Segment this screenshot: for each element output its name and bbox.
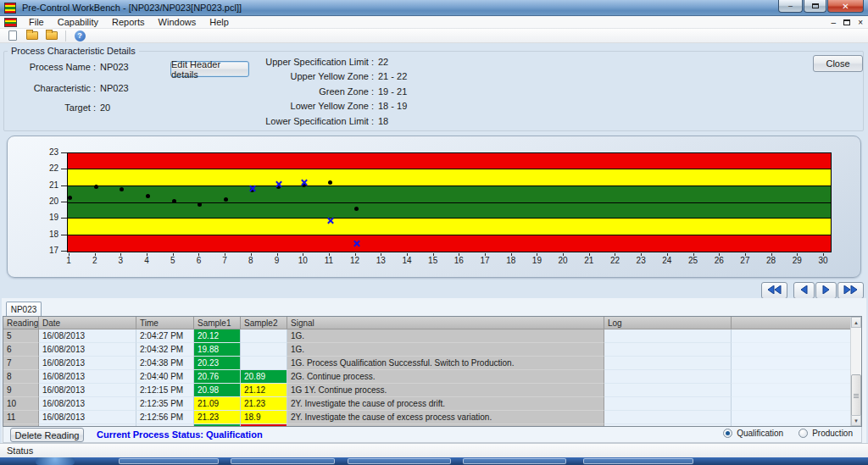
last-reading-button[interactable] xyxy=(837,282,864,299)
table-row[interactable]: 816/08/20132:04:40 PM20.7620.892G. Conti… xyxy=(3,370,861,384)
row-filler xyxy=(732,343,861,357)
cell-sample1: 20.23 xyxy=(194,357,241,370)
mdi-window-controls: – × xyxy=(832,16,863,29)
data-point-sample2 xyxy=(248,185,256,192)
radio-production[interactable]: Production xyxy=(798,429,853,438)
row-filler xyxy=(732,357,861,370)
minimize-button[interactable]: – xyxy=(778,0,803,13)
limit-label: Upper Yellow Zone : xyxy=(89,71,374,86)
row-filler xyxy=(732,370,861,384)
x-tick-label: 2 xyxy=(86,256,103,265)
taskbar-window-button[interactable] xyxy=(463,458,566,464)
scrollbar-thumb[interactable] xyxy=(851,374,861,418)
mdi-minimize-button[interactable]: – xyxy=(832,18,837,27)
mdi-close-button[interactable]: × xyxy=(858,18,863,27)
mdi-restore-button[interactable] xyxy=(843,19,850,25)
column-header-sample1[interactable]: Sample1 xyxy=(194,317,241,329)
save-file-button[interactable] xyxy=(44,30,59,42)
x-tick-label: 19 xyxy=(528,256,545,265)
table-row[interactable]: 516/08/20132:04:27 PM20.121G. xyxy=(3,329,861,343)
help-button[interactable]: ? xyxy=(72,30,87,42)
row-filler xyxy=(732,384,861,397)
x-tick-label: 16 xyxy=(450,256,467,265)
table-row[interactable]: 1116/08/20132:12:56 PM21.2318.92Y. Inves… xyxy=(3,411,861,424)
column-header-date[interactable]: Date xyxy=(39,317,136,329)
close-window-button[interactable]: ✕ xyxy=(827,0,864,13)
cell-sample2 xyxy=(241,343,287,357)
plot-area xyxy=(67,152,832,252)
taskbar-window-button[interactable] xyxy=(583,458,693,464)
first-arrow-icon xyxy=(767,285,782,296)
table-row[interactable]: 916/08/20132:12:15 PM20.9821.121G 1Y. Co… xyxy=(3,384,861,397)
x-tick-label: 28 xyxy=(763,256,780,265)
cell-log xyxy=(604,357,732,370)
scroll-up-button[interactable]: ▲ xyxy=(851,317,861,328)
status-bar-text: Status xyxy=(7,446,33,456)
column-header-signal[interactable]: Signal xyxy=(287,317,604,329)
radio-qualification[interactable]: Qualification xyxy=(723,429,783,438)
menu-capability[interactable]: Capability xyxy=(51,16,105,29)
y-tick-label: 19 xyxy=(38,213,58,222)
table-scrollbar[interactable]: ▲ ▼ xyxy=(850,317,861,426)
maximize-button[interactable] xyxy=(804,0,826,13)
limit-row-2: Green Zone :19 - 21 xyxy=(89,86,445,101)
status-bar: Status xyxy=(0,443,868,457)
column-header-reading[interactable]: Reading xyxy=(3,317,39,329)
x-tick xyxy=(719,253,720,256)
start-button[interactable] xyxy=(36,457,75,465)
cell-reading: 5 xyxy=(3,329,39,343)
taskbar-window-button[interactable] xyxy=(231,458,335,464)
limit-value: 18 - 19 xyxy=(378,101,407,115)
table-row[interactable]: 716/08/20132:04:38 PM20.231G. Process Qu… xyxy=(3,357,861,370)
cell-sample1: 21.09 xyxy=(194,397,241,411)
menu-reports[interactable]: Reports xyxy=(105,16,152,29)
new-file-button[interactable] xyxy=(5,30,20,42)
x-tick-label: 10 xyxy=(294,256,311,265)
x-tick-label: 17 xyxy=(476,256,493,265)
taskbar-window-button[interactable] xyxy=(348,458,451,464)
cell-signal: 1G. xyxy=(287,329,604,343)
cell-date: 16/08/2013 xyxy=(39,329,136,343)
limit-value: 21 - 22 xyxy=(378,71,407,86)
column-header-sample2[interactable]: Sample2 xyxy=(241,317,287,329)
first-reading-button[interactable] xyxy=(761,282,787,299)
cell-signal: 1G. xyxy=(287,343,604,357)
row-filler xyxy=(732,411,861,424)
process-details-groupbox: Process Characteristic Details Process N… xyxy=(3,51,864,131)
scroll-down-button[interactable]: ▼ xyxy=(851,415,861,426)
cell-date: 16/08/2013 xyxy=(39,343,136,357)
menu-file[interactable]: File xyxy=(22,16,51,29)
chart-area: 1718192021222312345678910111213141516171… xyxy=(7,136,861,278)
next-reading-button[interactable] xyxy=(815,282,837,299)
x-tick xyxy=(771,253,772,256)
previous-reading-button[interactable] xyxy=(793,282,815,299)
table-header: ReadingDateTimeSample1Sample2SignalLog xyxy=(3,317,861,329)
cell-time: 2:04:27 PM xyxy=(136,329,194,343)
taskbar-window-button[interactable] xyxy=(119,458,219,464)
cell-date: 16/08/2013 xyxy=(39,411,136,424)
x-tick-label: 14 xyxy=(398,256,415,265)
column-header-time[interactable]: Time xyxy=(136,317,194,329)
table-row[interactable]: 1016/08/20132:12:35 PM21.0921.232Y. Inve… xyxy=(3,397,861,411)
delete-reading-button[interactable]: Delete Reading xyxy=(10,428,84,442)
readings-table: ReadingDateTimeSample1Sample2SignalLog 5… xyxy=(3,316,862,427)
cell-sample2 xyxy=(241,357,287,370)
x-tick-label: 5 xyxy=(164,256,181,265)
document-icon[interactable] xyxy=(4,18,17,27)
y-tick xyxy=(61,202,67,202)
cell-sample1: 20.12 xyxy=(194,329,241,343)
cell-log xyxy=(604,397,732,411)
menu-help[interactable]: Help xyxy=(203,16,236,29)
close-button[interactable]: Close xyxy=(813,55,863,72)
menu-windows[interactable]: Windows xyxy=(152,16,203,29)
open-file-button[interactable] xyxy=(25,30,40,42)
x-tick xyxy=(485,253,486,256)
x-tick xyxy=(537,253,537,256)
tab-np023[interactable]: NP023 xyxy=(6,302,42,317)
cell-signal: 2Y. Investigate the cause of excess proc… xyxy=(287,411,604,424)
column-header-log[interactable]: Log xyxy=(604,317,732,329)
cell-log xyxy=(604,370,732,384)
x-tick xyxy=(69,253,70,256)
x-tick-label: 7 xyxy=(216,256,233,265)
table-row[interactable]: 616/08/20132:04:32 PM19.881G. xyxy=(3,343,861,357)
